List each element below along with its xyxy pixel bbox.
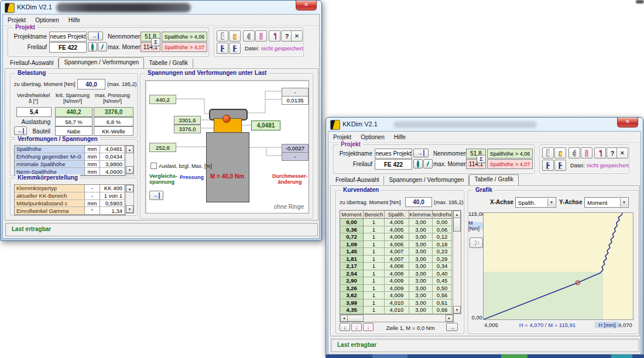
table-row[interactable]: 0,3614,0053,000,06: [340, 226, 453, 234]
chart-plot-area[interactable]: [483, 212, 633, 320]
scroll-down-button[interactable]: ▼: [453, 306, 461, 314]
tab-freilauf-auswahl[interactable]: Freilauf-Auswahl: [5, 58, 59, 68]
open-file-button[interactable]: [229, 30, 241, 42]
table-row[interactable]: 1,8114,0073,000,29: [340, 256, 453, 263]
x-axis-select[interactable]: Spalth. ▼: [515, 197, 556, 208]
menu-hilfe[interactable]: Hilfe: [64, 16, 85, 25]
table-row[interactable]: 2,1714,0083,000,34: [340, 263, 453, 270]
tab-tabelle-grafik[interactable]: Tabelle / Grafik: [144, 58, 193, 68]
table-row[interactable]: Einrollwinkel Gamma°1,34: [15, 207, 125, 215]
open-file-button[interactable]: [554, 147, 566, 159]
tab-spannungen-verformungen[interactable]: Spannungen / Verformungen: [384, 175, 469, 185]
table-row[interactable]: minimale Spalthöhemm3,9800: [15, 161, 125, 168]
window-spannungen[interactable]: KKDim V2.1 ✕ Projekt Optionen Hilfe Proj…: [0, 0, 322, 241]
close-button[interactable]: ✕: [296, 1, 317, 11]
titlebar[interactable]: KKDim V2.1 ✕: [1, 1, 321, 15]
moment-input[interactable]: 40,0: [77, 79, 105, 90]
table-row[interactable]: 1,0914,0063,000,18: [340, 241, 453, 249]
apply-name-button[interactable]: →: [88, 32, 103, 40]
projektname-input[interactable]: neues Projekt: [375, 149, 412, 159]
table-row[interactable]: 2,5414,0083,000,40: [340, 270, 453, 278]
scroll-up-button[interactable]: ▲: [126, 185, 133, 192]
kurvendaten-vscrollbar[interactable]: ▲ ▼: [453, 210, 461, 314]
header-verdrehw[interactable]: Verdrehw.: [433, 211, 452, 219]
new-file-button[interactable]: [217, 30, 228, 42]
sigma-button[interactable]: Σ: [477, 155, 486, 163]
table-row[interactable]: Mittelpunktabstand cmm0,5903: [15, 200, 125, 208]
kurvendaten-hscrollbar[interactable]: ◄ ►: [340, 314, 454, 322]
header-bereich[interactable]: Bereich: [364, 211, 385, 219]
table-report-button[interactable]: [581, 147, 592, 159]
save-button[interactable]: [542, 160, 554, 171]
table-row[interactable]: Klemmkörpertyp-KK 400: [15, 185, 125, 192]
next-row-button[interactable]: →: [446, 323, 458, 331]
new-file-button[interactable]: [542, 147, 554, 159]
window-tabelle-grafik[interactable]: KKDim V2.1 ✕ Projekt Optionen Hilfe Proj…: [326, 117, 643, 357]
durchmesser-label: Durchmesser-änderung: [272, 173, 307, 185]
tab-freilauf-auswahl[interactable]: Freilauf-Auswahl: [331, 175, 384, 185]
freilauf-sprag-button[interactable]: [98, 42, 107, 51]
menu-hilfe[interactable]: Hilfe: [389, 133, 410, 142]
table-row[interactable]: 3,6214,0093,000,56: [340, 292, 453, 300]
save-as-button[interactable]: [229, 43, 241, 54]
table-row[interactable]: aktueller KK-Bereich-1 von 1: [15, 192, 125, 200]
scroll-down-button[interactable]: ▼: [126, 205, 133, 213]
table-row[interactable]: 0,7214,0063,000,12: [340, 233, 453, 241]
klemmkoerper-scrollbar[interactable]: ▲ ▼: [125, 184, 134, 214]
print-button[interactable]: [568, 147, 580, 159]
tool-button[interactable]: [269, 30, 280, 42]
moment-input[interactable]: 40,0: [405, 197, 432, 207]
projektname-input[interactable]: neues Projekt: [49, 32, 87, 42]
header-moment[interactable]: Moment: [340, 211, 364, 219]
jump-down-3-button[interactable]: ↓: [363, 323, 374, 331]
tab-tabelle-grafik[interactable]: Tabelle / Grafik: [469, 174, 519, 185]
freilauf-label: Freilauf: [335, 161, 372, 167]
transfer-button[interactable]: →: [149, 191, 163, 200]
exit-button[interactable]: ✕: [616, 147, 628, 159]
table-row[interactable]: 4,3514,0103,000,66: [340, 307, 453, 314]
scroll-thumb[interactable]: [347, 315, 364, 322]
freilauf-sprag-button[interactable]: [423, 159, 433, 168]
save-button[interactable]: [217, 43, 228, 54]
verformungen-scrollbar[interactable]: ▲ ▼: [125, 145, 134, 174]
scroll-down-button[interactable]: ▼: [126, 166, 133, 174]
table-row[interactable]: 3,9914,0103,000,61: [340, 300, 453, 307]
header-spalth[interactable]: Spalth.: [385, 211, 409, 219]
freilauf-input[interactable]: FE 422: [375, 159, 412, 170]
jump-down-2-button[interactable]: ↓: [351, 323, 362, 331]
save-as-button[interactable]: [554, 160, 566, 171]
titlebar[interactable]: KKDim V2.1 ✕: [326, 118, 643, 132]
tab-spannungen-verformungen[interactable]: Spannungen / Verformungen: [59, 57, 144, 68]
table-row[interactable]: 2,9014,0093,000,45: [340, 277, 453, 285]
close-button[interactable]: ✕: [617, 118, 638, 128]
table-row[interactable]: 0,0014,0053,000,00: [340, 219, 453, 226]
auslast-checkbox[interactable]: [150, 163, 157, 169]
zoom-reset-button[interactable]: [470, 237, 483, 248]
table-row[interactable]: 3,2614,0093,000,50: [340, 285, 453, 292]
y-axis-value: Moment: [587, 199, 607, 206]
sigma-button[interactable]: Σ: [151, 38, 160, 46]
freilauf-circle-button[interactable]: [413, 159, 423, 168]
chevron-down-icon[interactable]: ▼: [620, 198, 628, 206]
exit-button[interactable]: ✕: [291, 30, 303, 42]
print-button[interactable]: [243, 30, 255, 42]
header-klemmw[interactable]: Klemmw.: [409, 211, 433, 219]
scroll-thumb[interactable]: [453, 218, 461, 232]
hammer-icon: [273, 33, 276, 40]
table-row[interactable]: Erhöhung gegenüber M=0mm0,0434: [15, 153, 125, 161]
tool-button[interactable]: [594, 147, 606, 159]
table-row[interactable]: Spalthöhemm4,0481: [15, 146, 125, 153]
table-row[interactable]: 1,4514,0073,000,23: [340, 248, 453, 256]
scroll-right-button[interactable]: ►: [446, 315, 453, 322]
jump-down-1-button[interactable]: ↓: [340, 323, 350, 331]
y-axis-select[interactable]: Moment ▼: [584, 197, 629, 208]
freilauf-input[interactable]: FE 422: [49, 42, 87, 53]
table-cell: 0,45: [433, 277, 452, 285]
scroll-up-button[interactable]: ▲: [126, 146, 133, 153]
apply-name-button[interactable]: →: [413, 149, 429, 157]
table-cell: minimale Spalthöhe: [15, 161, 85, 168]
freilauf-circle-button[interactable]: [88, 42, 97, 51]
table-report-button[interactable]: [255, 30, 267, 42]
chevron-down-icon[interactable]: ▼: [547, 198, 555, 206]
tabstrip: Freilauf-Auswahl Spannungen / Verformung…: [5, 58, 193, 68]
